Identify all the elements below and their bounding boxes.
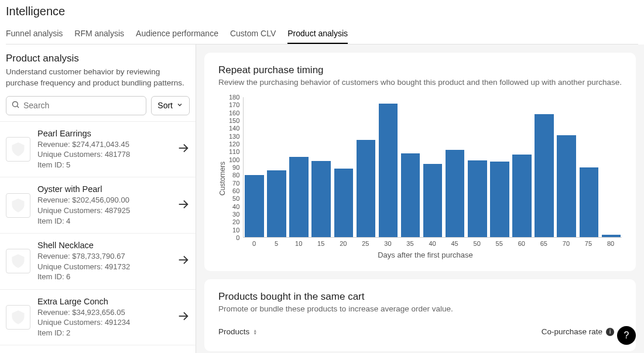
tab-audience-performance[interactable]: Audience performance	[136, 24, 218, 44]
product-revenue: Revenue: $34,923,656.05	[37, 307, 172, 318]
page-title: Intelligence	[6, 5, 638, 18]
product-item[interactable]: Oyster with PearlRevenue: $202,456,090.0…	[0, 177, 196, 233]
bar[interactable]	[446, 150, 464, 237]
bar-column	[355, 97, 376, 237]
col-copurchase[interactable]: Co-purchase rate i ▲▼	[542, 327, 622, 336]
product-item[interactable]: Pearl EarringsRevenue: $274,471,043.45Un…	[0, 121, 196, 177]
info-icon[interactable]: i	[606, 328, 614, 336]
col-products[interactable]: Products ▲▼	[218, 327, 257, 336]
bar-column	[578, 97, 600, 237]
x-tick: 10	[287, 238, 310, 247]
bar-column	[444, 97, 465, 237]
product-info: Shell NecklaceRevenue: $78,733,790.67Uni…	[37, 241, 172, 282]
bar-column	[266, 97, 287, 237]
product-name: Pearl Earrings	[37, 129, 172, 138]
product-item[interactable]: Shell NecklaceRevenue: $78,733,790.67Uni…	[0, 233, 196, 289]
bar[interactable]	[289, 157, 308, 237]
repeat-card-desc: Review the purchasing behavior of custom…	[218, 78, 622, 87]
product-unique-customers: Unique Customers: 491732	[37, 262, 172, 272]
x-tick: 70	[555, 238, 577, 247]
product-revenue: Revenue: $274,471,043.45	[37, 139, 172, 150]
product-unique-customers: Unique Customers: 491234	[37, 317, 172, 328]
x-tick: 35	[399, 238, 421, 247]
tab-rfm-analysis[interactable]: RFM analysis	[74, 24, 124, 44]
product-item[interactable]: Oyster ShellRevenue: $14,765,965.00Uniqu…	[0, 345, 196, 353]
search-input-wrapper[interactable]	[6, 96, 146, 115]
x-tick: 55	[488, 238, 511, 247]
bar[interactable]	[379, 104, 398, 237]
svg-line-1	[17, 106, 19, 108]
bar-column	[244, 97, 265, 237]
product-list: Pearl EarringsRevenue: $274,471,043.45Un…	[0, 121, 196, 353]
bar-column	[467, 97, 488, 237]
bar[interactable]	[580, 167, 598, 238]
tab-product-analysis[interactable]: Product analysis	[287, 24, 348, 44]
product-thumb	[6, 305, 30, 330]
bar[interactable]	[267, 170, 286, 237]
x-tick: 15	[310, 238, 332, 247]
bar-column	[511, 97, 532, 237]
repeat-card-title: Repeat purchase timing	[218, 64, 622, 76]
col-copurchase-label: Co-purchase rate	[542, 327, 602, 336]
repeat-purchase-card: Repeat purchase timing Review the purcha…	[204, 53, 636, 271]
x-tick: 45	[444, 238, 466, 247]
arrow-right-icon	[177, 310, 190, 325]
bar[interactable]	[334, 169, 353, 237]
search-input[interactable]	[23, 101, 141, 110]
bar[interactable]	[401, 153, 420, 237]
bar-column	[289, 97, 310, 237]
tab-custom-clv[interactable]: Custom CLV	[230, 24, 276, 44]
bar-column	[400, 97, 421, 237]
x-axis-ticks: 05101520253035404550556065707580	[243, 238, 622, 247]
repeat-chart: Customers 180170160150140130120110100908…	[218, 97, 622, 259]
bar[interactable]	[512, 155, 531, 237]
product-revenue: Revenue: $202,456,090.00	[37, 195, 172, 205]
tab-funnel-analysis[interactable]: Funnel analysis	[6, 24, 63, 44]
arrow-right-icon	[177, 142, 190, 157]
search-icon	[11, 100, 20, 111]
help-button[interactable]: ?	[617, 326, 636, 345]
sort-button[interactable]: Sort	[151, 96, 190, 115]
sort-label: Sort	[157, 101, 173, 110]
product-item-id: Item ID: 4	[37, 216, 172, 227]
arrow-right-icon	[177, 253, 190, 269]
bar[interactable]	[468, 160, 487, 237]
product-item[interactable]: Extra Large ConchRevenue: $34,923,656.05…	[0, 289, 196, 345]
product-unique-customers: Unique Customers: 481778	[37, 149, 172, 160]
chart-bars	[243, 97, 622, 238]
product-info: Oyster with PearlRevenue: $202,456,090.0…	[37, 184, 172, 226]
bar[interactable]	[602, 235, 621, 237]
x-axis-label: Days after the first purchase	[229, 251, 622, 259]
product-item-id: Item ID: 2	[37, 328, 172, 338]
bundle-table-header: Products ▲▼ Co-purchase rate i ▲▼	[218, 324, 622, 340]
sidebar: Product analysis Understand customer beh…	[0, 44, 196, 353]
bar[interactable]	[357, 140, 375, 237]
bar[interactable]	[490, 162, 509, 237]
product-info: Pearl EarringsRevenue: $274,471,043.45Un…	[37, 129, 172, 170]
bar-column	[378, 97, 399, 237]
x-tick: 20	[332, 238, 354, 247]
bundle-card-title: Products bought in the same cart	[218, 291, 622, 303]
x-tick: 50	[466, 238, 488, 247]
product-item-id: Item ID: 6	[37, 272, 172, 282]
bar[interactable]	[311, 161, 330, 237]
product-thumb	[6, 137, 30, 162]
product-name: Oyster with Pearl	[37, 184, 172, 194]
bar-column	[534, 97, 555, 237]
product-name: Extra Large Conch	[37, 297, 172, 306]
arrow-right-icon	[177, 198, 190, 213]
bar[interactable]	[245, 175, 263, 237]
bar[interactable]	[423, 164, 442, 237]
bar[interactable]	[535, 114, 553, 237]
product-thumb	[6, 249, 30, 273]
product-unique-customers: Unique Customers: 487925	[37, 205, 172, 216]
product-name: Shell Necklace	[37, 241, 172, 250]
svg-point-0	[13, 101, 18, 107]
bundle-card-desc: Promote or bundle these products to incr…	[218, 304, 622, 313]
bar-column	[489, 97, 510, 237]
bar-column	[601, 97, 622, 237]
x-tick: 40	[422, 238, 444, 247]
bar[interactable]	[557, 135, 576, 237]
bar-column	[333, 97, 354, 237]
product-item-id: Item ID: 5	[37, 160, 172, 170]
